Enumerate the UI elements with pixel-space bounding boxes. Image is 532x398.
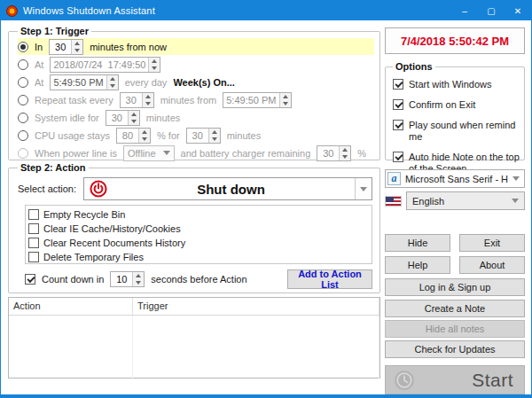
spinner-buttons[interactable] [138,129,150,143]
list-item[interactable]: Clear IE Cache/History/Cookies [28,222,369,236]
hide-all-notes-button: Hide all notes [385,320,525,338]
spinner-buttons[interactable] [128,111,139,125]
option-start-with-windows[interactable]: Start with Windows [393,79,520,90]
spinner-buttons[interactable] [208,129,220,143]
checkbox-play-sound[interactable] [393,120,403,130]
check-updates-button[interactable]: Check for Updates [385,340,525,358]
checkbox-delete-temp-files[interactable] [28,252,39,262]
font-selector-dropdown[interactable]: a Microsoft Sans Serif - H [385,169,525,188]
datetime-value: 2018/07/24 17:49:50 [51,58,148,72]
spinner-buttons[interactable] [279,93,291,107]
list-item[interactable]: Clear Recent Documents History [28,236,369,250]
spinner-buttons[interactable] [142,93,153,107]
language-dropdown[interactable]: English [406,191,525,210]
spinner-up-icon[interactable] [72,40,82,47]
spinner-up-icon[interactable] [143,93,153,100]
weeks-on-link[interactable]: Week(s) On... [173,77,234,88]
close-button[interactable]: ✕ [505,1,531,20]
countdown-seconds-spinner[interactable]: 10 [110,271,145,287]
countdown-checkbox[interactable] [25,274,35,285]
idle-minutes-spinner[interactable]: 30 [106,110,140,126]
option-play-sound[interactable]: Play sound when remind me [393,120,520,143]
spinner-down-icon[interactable] [129,118,139,125]
spinner-down-icon[interactable] [133,279,144,286]
spinner-up-icon[interactable] [280,93,291,100]
maximize-button[interactable]: ▢ [478,1,505,20]
titlebar: Windows Shutdown Assistant – ▢ ✕ [1,1,531,20]
daily-time-picker[interactable]: 5:49:50 PM [50,74,118,90]
in-minutes-spinner[interactable]: 30 [49,39,83,55]
chevron-down-icon [360,187,367,191]
spinner-down-icon[interactable] [209,136,220,143]
cpu-percent-spinner[interactable]: 80 [116,128,151,144]
radio-in-minutes[interactable] [18,42,28,52]
repeat-start-time-value: 5:49:50 PM [223,93,278,107]
spinner-up-icon[interactable] [129,111,139,118]
spinner-up-icon [340,146,350,153]
spinner-up-icon[interactable] [107,75,118,82]
checklist-label: Clear IE Cache/History/Cookies [43,223,181,234]
radio-daily[interactable] [18,77,28,88]
repeat-start-time-picker[interactable]: 5:49:50 PM [223,92,291,108]
login-signup-button[interactable]: Log in & Sign up [385,278,525,296]
trigger-row-in-minutes[interactable]: In 30 minutes from now [18,38,374,55]
list-item[interactable]: Empty Recycle Bin [28,207,369,222]
radio-repeat[interactable] [18,95,28,105]
spinner-up-icon[interactable] [209,129,220,136]
exit-button[interactable]: Exit [459,234,525,252]
datetime-picker[interactable]: 2018/07/24 17:49:50 [50,57,160,73]
spinner-down-icon[interactable] [107,82,118,90]
help-button[interactable]: Help [385,256,450,274]
column-header-action[interactable]: Action [9,298,133,315]
list-item[interactable]: Delete Temporary Files [28,250,369,264]
action-list-table[interactable]: Action Trigger [8,297,380,378]
font-icon[interactable]: a [387,172,401,185]
trigger-row-repeat[interactable]: Repeat task every 30 minutes from 5:49:5… [18,91,374,108]
option-confirm-on-exit[interactable]: Confirm on Exit [393,99,520,111]
cpu-minutes-spinner[interactable]: 30 [186,128,221,144]
trigger-row-idle[interactable]: System idle for 30 minutes [18,109,374,126]
spinner-down-icon[interactable] [139,136,150,143]
spinner-up-icon[interactable] [149,58,160,65]
checklist-label: Empty Recycle Bin [43,209,125,220]
action-dropdown[interactable]: Shut down [83,177,372,200]
radio-cpu[interactable] [18,130,28,141]
table-column-trigger [133,316,379,378]
spinner-up-icon[interactable] [139,129,150,136]
minimize-button[interactable]: – [451,1,478,20]
trigger-row-at-datetime[interactable]: At 2018/07/24 17:49:50 [18,56,374,73]
spinner-down-icon[interactable] [149,65,160,72]
checkbox-auto-hide-note[interactable] [393,152,403,162]
hide-button[interactable]: Hide [385,234,450,252]
checkbox-clear-recent-documents[interactable] [28,238,39,248]
checkbox-confirm-on-exit[interactable] [393,99,403,110]
radio-idle[interactable] [18,113,28,123]
step1-trigger-group: Step 1: Trigger In 30 minutes from now A… [8,26,380,160]
battery-percent-value: 30 [317,146,339,160]
checkbox-empty-recycle-bin[interactable] [28,209,39,220]
spinner-down-icon[interactable] [72,47,82,54]
checkbox-clear-ie-cache[interactable] [28,223,39,234]
action-dropdown-arrow[interactable] [355,178,372,199]
current-datetime-display: 7/4/2018 5:50:42 PM [385,27,525,54]
spinner-buttons[interactable] [106,75,118,90]
create-note-button[interactable]: Create a Note [385,300,525,317]
spinner-down-icon[interactable] [143,100,153,107]
repeat-minutes-spinner[interactable]: 30 [120,92,154,108]
table-body [9,316,379,378]
about-button[interactable]: About [459,256,525,274]
power-state-value: Offline [128,148,156,159]
trigger-row-cpu[interactable]: CPU usage stays 80 % for 30 minutes [18,127,374,144]
spinner-down-icon[interactable] [280,100,291,107]
trigger-row-daily[interactable]: At 5:49:50 PM every day Week(s) On... [18,74,374,90]
spinner-buttons[interactable] [132,272,144,286]
spinner-up-icon[interactable] [133,272,144,279]
radio-at-datetime[interactable] [18,59,28,70]
column-header-trigger[interactable]: Trigger [133,298,379,315]
spinner-buttons[interactable] [148,58,160,72]
spinner-buttons[interactable] [71,40,82,54]
start-button[interactable]: Start [385,365,525,394]
add-to-action-list-button[interactable]: Add to Action List [287,269,372,289]
language-value: English [412,196,444,207]
checkbox-start-with-windows[interactable] [393,79,403,90]
